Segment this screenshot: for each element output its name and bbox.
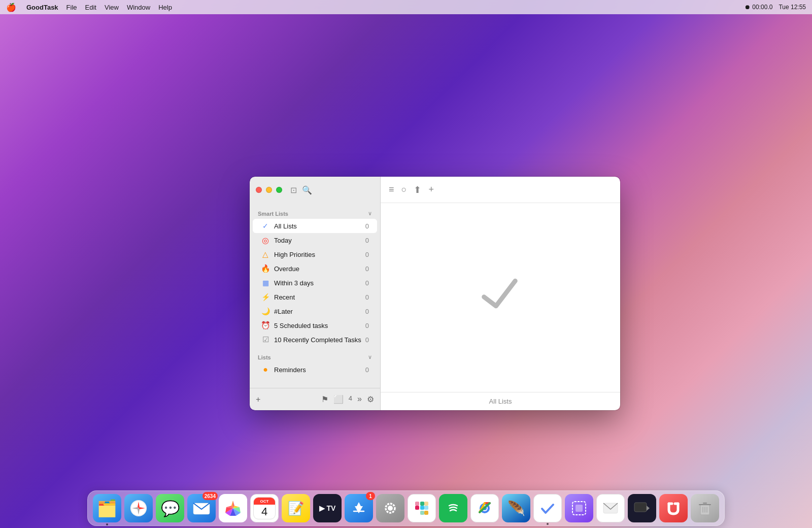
sidebar-item-today[interactable]: ◎ Today 0 [253, 233, 377, 247]
more-icon[interactable]: » [357, 394, 362, 404]
menubar: 🍎 GoodTask File Edit View Window Help ⏺ … [0, 0, 812, 14]
hamburger-icon[interactable]: ≡ [389, 184, 394, 195]
dock-item-magnet[interactable] [659, 494, 688, 522]
settings-icon[interactable]: ⚙ [367, 394, 374, 404]
menu-view[interactable]: View [105, 4, 119, 11]
sidebar-item-scheduled-tasks[interactable]: ⏰ 5 Scheduled tasks 0 [253, 318, 377, 333]
sidebar-item-reminders[interactable]: ● Reminders 0 [253, 362, 377, 377]
dock-item-safari[interactable] [124, 494, 153, 522]
maximize-button[interactable] [276, 187, 282, 193]
number-icon[interactable]: 4 [349, 394, 352, 404]
recent-count: 0 [365, 293, 369, 301]
flag-icon[interactable]: ⚑ [321, 394, 328, 404]
dock-item-appstore[interactable]: 1 [345, 494, 373, 522]
dock-item-finder[interactable]: 🗂️ [93, 494, 121, 522]
later-count: 0 [365, 308, 369, 315]
add-item-button[interactable]: + [256, 395, 260, 404]
sidebar-toolbar: ⊡ 🔍 [250, 177, 380, 203]
svg-rect-24 [576, 505, 583, 512]
mail-badge: 2634 [202, 492, 218, 500]
sidebar-toggle-icon[interactable]: ⊡ [290, 185, 297, 195]
recently-completed-label: 10 Recently Completed Tasks [274, 336, 361, 344]
sidebar-item-high-priorities[interactable]: △ High Priorities 0 [253, 247, 377, 261]
high-priorities-count: 0 [365, 251, 369, 258]
menu-window[interactable]: Window [127, 4, 150, 11]
lists-label: Lists [258, 354, 271, 360]
dock-item-aero[interactable]: 🪶 [502, 494, 530, 522]
close-button[interactable] [256, 187, 262, 193]
lists-section-header[interactable]: Lists ∨ [250, 351, 380, 362]
high-priorities-label: High Priorities [274, 251, 361, 258]
dock-item-slack[interactable] [408, 494, 436, 522]
dock-item-photos[interactable] [219, 494, 247, 522]
within-3-days-icon: ▦ [261, 278, 270, 287]
dock-item-spotify[interactable] [439, 494, 467, 522]
later-label: #Later [274, 308, 361, 315]
reminders-icon: ● [261, 365, 270, 374]
dock-item-tv[interactable]: ▶ TV [313, 494, 342, 522]
dock-item-mail2[interactable] [596, 494, 625, 522]
add-button[interactable]: + [428, 184, 434, 195]
svg-point-19 [445, 500, 461, 516]
dock-item-chrome[interactable] [470, 494, 499, 522]
dock-item-mail[interactable]: 2634 [187, 494, 216, 522]
main-area [381, 203, 620, 392]
dock-item-notes[interactable]: 📝 [282, 494, 310, 522]
clock: Tue 12:55 [779, 4, 806, 11]
appstore-badge: 1 [366, 492, 375, 500]
high-priorities-icon: △ [261, 250, 270, 259]
menu-help[interactable]: Help [158, 4, 172, 11]
overdue-icon: 🔥 [261, 264, 270, 273]
today-icon: ◎ [261, 236, 270, 245]
dock-item-messages[interactable]: 💬 [156, 494, 184, 522]
sidebar-item-recent[interactable]: ⚡ Recent 0 [253, 290, 377, 304]
sidebar: ⊡ 🔍 Smart Lists ∨ ✓ All Lists 0 ◎ Today … [250, 177, 381, 410]
share-icon[interactable]: ⬆ [414, 184, 421, 195]
within-3-days-count: 0 [365, 279, 369, 287]
app-name[interactable]: GoodTask [26, 4, 58, 11]
svg-marker-27 [647, 506, 650, 511]
dock-item-trash[interactable] [691, 494, 719, 522]
dock-dot-goodtask [547, 523, 549, 525]
search-icon[interactable]: 🔍 [302, 185, 312, 195]
later-icon: 🌙 [261, 307, 270, 316]
reminders-count: 0 [365, 366, 369, 374]
dock-item-goodtask[interactable] [533, 494, 562, 522]
sidebar-item-recently-completed[interactable]: ☑ 10 Recently Completed Tasks 0 [253, 333, 377, 347]
minimize-button[interactable] [266, 187, 272, 193]
sidebar-item-overdue[interactable]: 🔥 Overdue 0 [253, 261, 377, 276]
dock-item-calendar[interactable]: OCT 4 [250, 494, 279, 522]
svg-rect-11 [415, 506, 419, 510]
smart-lists-section-header[interactable]: Smart Lists ∨ [250, 207, 380, 219]
all-lists-label: All Lists [274, 222, 361, 230]
dock-item-screenrecorder[interactable] [628, 494, 656, 522]
overdue-label: Overdue [274, 265, 361, 273]
main-footer: All Lists [381, 392, 620, 410]
dock-item-screensnap[interactable] [565, 494, 593, 522]
recently-completed-count: 0 [365, 336, 369, 344]
menubar-left: 🍎 GoodTask File Edit View Window Help [6, 3, 172, 12]
sidebar-bottom-toolbar: + ⚑ ⬜ 4 » ⚙ [250, 388, 380, 410]
dock-dot-finder [106, 523, 108, 525]
svg-rect-13 [420, 506, 424, 510]
empty-state-checkmark [478, 274, 522, 321]
svg-rect-12 [415, 502, 419, 506]
sidebar-item-later[interactable]: 🌙 #Later 0 [253, 304, 377, 318]
menubar-right: ⏺ 00:00.0 Tue 12:55 [745, 4, 806, 11]
all-lists-icon: ✓ [261, 221, 270, 230]
dock-item-settings[interactable] [376, 494, 404, 522]
svg-point-9 [388, 506, 393, 511]
lists-chevron-icon: ∨ [368, 354, 372, 360]
sidebar-item-all-lists[interactable]: ✓ All Lists 0 [253, 219, 377, 233]
apple-menu[interactable]: 🍎 [6, 3, 16, 12]
smart-lists-chevron-icon: ∨ [368, 210, 372, 217]
sidebar-item-within-3-days[interactable]: ▦ Within 3 days 0 [253, 276, 377, 290]
circle-icon[interactable]: ○ [401, 184, 407, 195]
sidebar-content: Smart Lists ∨ ✓ All Lists 0 ◎ Today 0 △ … [250, 203, 380, 388]
menu-file[interactable]: File [66, 4, 77, 11]
recording-indicator: ⏺ 00:00.0 [745, 4, 772, 11]
menu-edit[interactable]: Edit [85, 4, 96, 11]
svg-rect-16 [420, 511, 424, 515]
recent-label: Recent [274, 293, 361, 301]
checkbox-icon[interactable]: ⬜ [333, 394, 344, 404]
